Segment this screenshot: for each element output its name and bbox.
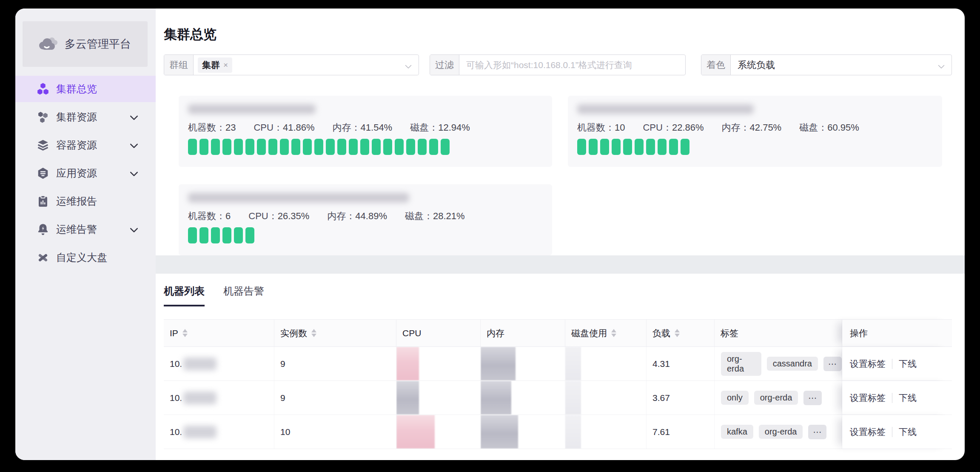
sidebar-item-5[interactable]: 运维告警 xyxy=(15,216,156,243)
machine-block[interactable] xyxy=(268,139,277,155)
stat-machines: 机器数：23 xyxy=(188,121,236,134)
machine-blocks xyxy=(577,139,689,155)
stat-machines: 机器数：10 xyxy=(577,121,625,134)
set-tags-button[interactable]: 设置标签 xyxy=(850,392,886,404)
machine-block[interactable] xyxy=(337,139,346,155)
machine-block[interactable] xyxy=(234,139,243,155)
disk-usage-bar xyxy=(565,415,581,449)
stat-disk: 磁盘：12.94% xyxy=(410,121,470,134)
group-filter[interactable]: 群组 集群 × xyxy=(164,54,419,75)
sidebar-item-label: 运维告警 xyxy=(56,223,97,236)
machine-block[interactable] xyxy=(600,139,609,155)
custom-dashboard-icon xyxy=(37,251,49,264)
cluster-title-redacted xyxy=(188,193,409,203)
machine-block[interactable] xyxy=(280,139,289,155)
colorize-select[interactable]: 着色 系统负载 xyxy=(701,54,952,75)
machine-block[interactable] xyxy=(360,139,369,155)
machine-block[interactable] xyxy=(612,139,621,155)
sidebar-item-6[interactable]: 自定义大盘 xyxy=(15,244,156,271)
chevron-down-icon xyxy=(130,171,138,176)
sidebar-item-4[interactable]: 运维报告 xyxy=(15,188,156,215)
column-header-4[interactable]: 磁盘使用 xyxy=(565,320,647,346)
group-filter-label: 群组 xyxy=(164,55,194,75)
machine-block[interactable] xyxy=(326,139,335,155)
column-header-2: CPU xyxy=(396,320,481,346)
machine-tag: cassandra xyxy=(767,357,818,371)
sidebar-item-1[interactable]: 集群资源 xyxy=(15,104,156,130)
sidebar-item-2[interactable]: 容器资源 xyxy=(15,132,156,158)
offline-button[interactable]: 下线 xyxy=(899,392,917,404)
column-header-0[interactable]: IP xyxy=(164,320,274,346)
cluster-title-redacted xyxy=(577,104,754,114)
more-tags-button[interactable]: ⋯ xyxy=(823,357,842,371)
search-input[interactable] xyxy=(459,55,685,75)
machine-block[interactable] xyxy=(406,139,415,155)
machine-block[interactable] xyxy=(303,139,312,155)
mem-usage-bar xyxy=(481,347,516,380)
machine-block[interactable] xyxy=(589,139,598,155)
machine-block[interactable] xyxy=(383,139,392,155)
machine-blocks xyxy=(188,227,254,243)
column-header-5[interactable]: 负载 xyxy=(647,320,715,346)
machine-block[interactable] xyxy=(245,139,254,155)
machine-block[interactable] xyxy=(623,139,632,155)
machine-block[interactable] xyxy=(646,139,655,155)
machine-block[interactable] xyxy=(418,139,427,155)
machine-table: IP实例数CPU内存磁盘使用负载标签操作 10.94.31org-erdacas… xyxy=(164,319,952,449)
app-resource-icon xyxy=(37,167,49,180)
machine-block[interactable] xyxy=(291,139,300,155)
group-filter-field[interactable]: 集群 × xyxy=(194,55,419,75)
machine-block[interactable] xyxy=(635,139,644,155)
machine-block[interactable] xyxy=(211,227,220,243)
machine-block[interactable] xyxy=(395,139,404,155)
machine-block[interactable] xyxy=(222,227,231,243)
machine-block[interactable] xyxy=(441,139,450,155)
more-tags-button[interactable]: ⋯ xyxy=(803,391,822,405)
sidebar-item-3[interactable]: 应用资源 xyxy=(15,160,156,186)
machine-block[interactable] xyxy=(188,139,197,155)
tag-remove-icon[interactable]: × xyxy=(223,60,228,70)
sort-icon[interactable] xyxy=(182,329,188,337)
machine-block[interactable] xyxy=(349,139,358,155)
machine-block[interactable] xyxy=(314,139,323,155)
machine-block[interactable] xyxy=(222,139,231,155)
machine-block[interactable] xyxy=(669,139,678,155)
machine-block[interactable] xyxy=(658,139,667,155)
offline-button[interactable]: 下线 xyxy=(899,358,917,370)
column-header-3: 内存 xyxy=(481,320,565,346)
column-header-1[interactable]: 实例数 xyxy=(274,320,396,346)
column-label: 标签 xyxy=(721,327,738,339)
colorize-select-field[interactable]: 系统负载 xyxy=(731,55,952,75)
machine-block[interactable] xyxy=(234,227,243,243)
sort-icon[interactable] xyxy=(611,329,616,337)
ip-redacted xyxy=(183,358,217,370)
sort-icon[interactable] xyxy=(311,329,316,337)
sort-icon[interactable] xyxy=(675,329,680,337)
column-label: 操作 xyxy=(850,327,868,339)
group-filter-tag[interactable]: 集群 × xyxy=(198,57,232,73)
machine-block[interactable] xyxy=(199,139,208,155)
set-tags-button[interactable]: 设置标签 xyxy=(850,358,886,370)
machine-block[interactable] xyxy=(429,139,438,155)
cell-actions: 设置标签下线 xyxy=(842,347,952,380)
more-tags-button[interactable]: ⋯ xyxy=(808,425,826,439)
offline-button[interactable]: 下线 xyxy=(899,426,917,438)
machine-block[interactable] xyxy=(188,227,197,243)
stat-mem: 内存：42.75% xyxy=(722,121,782,134)
machine-block[interactable] xyxy=(681,139,689,155)
sidebar-item-0[interactable]: 集群总览 xyxy=(15,76,156,102)
machine-block[interactable] xyxy=(257,139,266,155)
column-header-7: 操作 xyxy=(842,320,952,346)
machine-block[interactable] xyxy=(199,227,208,243)
machine-block[interactable] xyxy=(577,139,586,155)
sidebar: 多云管理平台 集群总览集群资源容器资源应用资源运维报告运维告警自定义大盘 xyxy=(15,9,156,460)
tab-1[interactable]: 机器告警 xyxy=(223,281,264,306)
machine-block[interactable] xyxy=(245,227,254,243)
machine-block[interactable] xyxy=(372,139,381,155)
tab-0[interactable]: 机器列表 xyxy=(164,281,205,306)
cell-disk xyxy=(565,415,647,449)
logo-text: 多云管理平台 xyxy=(65,37,131,51)
machine-block[interactable] xyxy=(211,139,220,155)
set-tags-button[interactable]: 设置标签 xyxy=(850,426,886,438)
sidebar-item-label: 容器资源 xyxy=(56,138,97,152)
